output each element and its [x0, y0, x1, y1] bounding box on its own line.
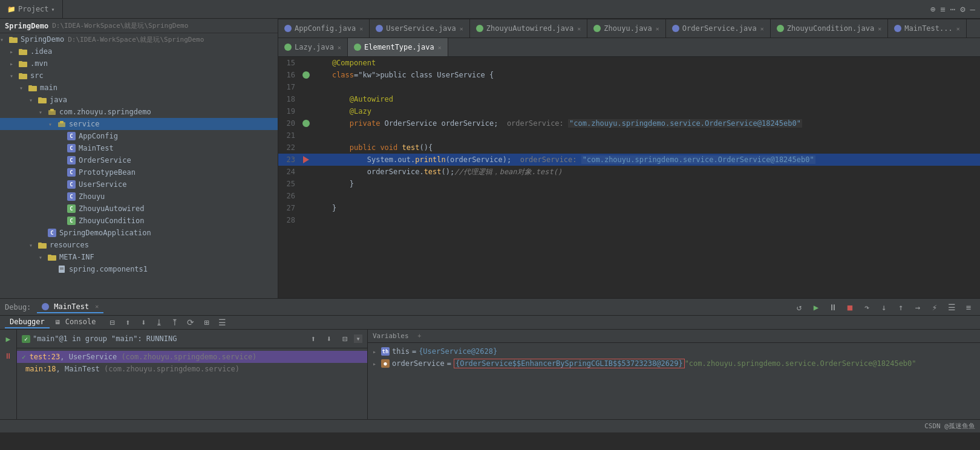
pause-btn[interactable]: ⏸: [826, 301, 840, 314]
toolbar-icon-3[interactable]: ⋯: [950, 4, 955, 14]
toolbar-icon-minimize[interactable]: —: [970, 4, 975, 14]
var-name-label: orderService: [392, 359, 445, 368]
tree-item[interactable]: ▾com.zhouyu.springdemo: [0, 106, 278, 118]
tab-label: Lazy.java: [295, 43, 334, 51]
tree-item[interactable]: CAppConfig: [0, 130, 278, 142]
close-tab-btn[interactable]: ✕: [577, 25, 581, 32]
tab-console[interactable]: 🖥 Console: [50, 316, 101, 328]
tree-item[interactable]: CZhouyuAutowired: [0, 203, 278, 215]
project-header[interactable]: 📁 Project ▾: [0, 0, 63, 18]
close-tab-btn[interactable]: ✕: [460, 25, 463, 32]
run-cursor-btn[interactable]: →: [911, 301, 924, 314]
tree-item[interactable]: ▾META-INF: [0, 251, 278, 263]
tree-file-icon: C: [67, 204, 76, 214]
step-into-btn[interactable]: ↓: [877, 301, 890, 314]
editor-tab[interactable]: OrderService.java✕: [666, 19, 771, 38]
debug-run-tab[interactable]: MainTest ✕: [37, 301, 103, 313]
tree-item[interactable]: CZhouyuCondition: [0, 215, 278, 227]
code-line: 22 public void test(){: [278, 142, 980, 154]
code-editor[interactable]: 15 @Component16 class="kw">public class …: [278, 57, 980, 298]
step-over-btn[interactable]: ↷: [860, 301, 874, 314]
line-content: }: [312, 178, 980, 190]
list-btn[interactable]: ☰: [215, 316, 229, 329]
editor-tab[interactable]: Zhouyu.java✕: [587, 19, 666, 38]
code-line: 25 }: [278, 178, 980, 190]
toolbar-icon-1[interactable]: ⊕: [930, 4, 935, 14]
tree-item[interactable]: ▸.idea: [0, 45, 278, 57]
tree-item[interactable]: CUserService: [0, 178, 278, 191]
line-gutter: [300, 105, 312, 117]
frame-item[interactable]: ✓test:23, UserService (com.zhouyu.spring…: [17, 351, 367, 363]
line-number: 25: [278, 178, 300, 190]
line-content: @Autowired: [312, 93, 980, 105]
dropdown-icon[interactable]: ▾: [51, 6, 55, 13]
eval-btn[interactable]: ⚡: [928, 301, 941, 314]
resume-btn[interactable]: ▶: [809, 301, 823, 314]
tab-debugger[interactable]: Debugger: [5, 316, 50, 328]
close-tab-btn[interactable]: ✕: [878, 25, 881, 32]
var-equals-sign: =: [412, 347, 416, 356]
tree-item[interactable]: ▸.mvn: [0, 57, 278, 70]
tree-item[interactable]: CPrototypeBean: [0, 166, 278, 178]
close-tab-btn[interactable]: ✕: [956, 25, 960, 32]
frames-btn[interactable]: ☰: [945, 301, 958, 314]
tree-item-label: AppConfig: [79, 132, 118, 140]
tree-item[interactable]: CZhouyu: [0, 191, 278, 203]
thread-filter-btn[interactable]: ⊟: [338, 332, 351, 345]
export-btn[interactable]: ⤓: [152, 316, 166, 329]
add-var-btn[interactable]: +: [417, 333, 421, 339]
up-btn[interactable]: ⬆: [121, 316, 134, 329]
tree-item[interactable]: ▾resources: [0, 239, 278, 251]
toolbar-icon-gear[interactable]: ⚙: [960, 4, 965, 14]
tree-item[interactable]: CMainTest: [0, 142, 278, 154]
filter-btn[interactable]: ⊟: [105, 316, 119, 329]
close-tab-btn[interactable]: ✕: [338, 44, 341, 51]
code-line: 18 @Autowired: [278, 93, 980, 105]
tree-item[interactable]: ▾main: [0, 82, 278, 94]
variable-item[interactable]: ▸●orderService = {OrderService$$Enhancer…: [368, 357, 980, 370]
close-tab-btn[interactable]: ✕: [359, 25, 363, 32]
tree-item[interactable]: ▾service: [0, 118, 278, 130]
thread-dropdown[interactable]: ▾: [354, 334, 362, 343]
toolbar-icon-2[interactable]: ≡: [940, 4, 945, 14]
tree-item[interactable]: ▾java: [0, 94, 278, 106]
down-btn[interactable]: ⬇: [137, 316, 150, 329]
import-btn[interactable]: ⤒: [168, 316, 181, 329]
close-tab-btn[interactable]: ✕: [656, 25, 659, 32]
editor-tab[interactable]: ZhouyuCondition.java✕: [771, 19, 889, 38]
tree-item[interactable]: COrderService: [0, 154, 278, 166]
check-icon: ✓: [22, 353, 26, 361]
pause-side-btn[interactable]: ⏸: [2, 349, 15, 362]
editor-tab[interactable]: ZhouyuAutowired.java✕: [470, 19, 588, 38]
tree-arrow-icon: ▾: [10, 73, 18, 79]
console-icon: 🖥: [54, 319, 60, 325]
tree-item[interactable]: CSpringDemoApplication: [0, 227, 278, 239]
line-number: 18: [278, 93, 300, 105]
settings-btn[interactable]: ≡: [962, 301, 975, 314]
thread-up-btn[interactable]: ⬆: [307, 332, 320, 345]
editor-tab[interactable]: MainTest...✕: [888, 19, 967, 38]
editor-tab[interactable]: Lazy.java✕: [278, 38, 348, 56]
close-tab-btn[interactable]: ✕: [760, 25, 764, 32]
frame-item[interactable]: main:18, MainTest (com.zhouyu.springdemo…: [17, 363, 367, 375]
bean-indicator-icon: [302, 120, 310, 127]
grid-btn[interactable]: ⊞: [200, 316, 213, 329]
line-number: 22: [278, 142, 300, 154]
variable-item[interactable]: ▸ththis = {UserService@2628}: [368, 345, 980, 357]
stop-btn[interactable]: ■: [843, 301, 857, 314]
editor-tab[interactable]: ElementType.java✕: [348, 38, 448, 56]
tree-item[interactable]: ▾src: [0, 70, 278, 82]
tree-item[interactable]: spring.components1: [0, 263, 278, 275]
thread-down-btn[interactable]: ⬇: [322, 332, 336, 345]
restart-btn[interactable]: ↺: [792, 301, 806, 314]
line-content: @Component: [312, 57, 980, 69]
close-debug-tab[interactable]: ✕: [95, 303, 99, 310]
tree-item[interactable]: ▾SpringDemoD:\IDEA-WorkSpace\就是玩\SpringD…: [0, 33, 278, 45]
step-out-btn[interactable]: ↑: [894, 301, 907, 314]
editor-tab[interactable]: AppConfig.java✕: [278, 19, 370, 38]
refresh-btn[interactable]: ⟳: [184, 316, 197, 329]
tree-file-icon: [18, 47, 28, 56]
close-tab-btn[interactable]: ✕: [438, 44, 442, 51]
resume-side-btn[interactable]: ▶: [2, 332, 15, 345]
editor-tab[interactable]: UserService.java✕: [370, 19, 470, 38]
